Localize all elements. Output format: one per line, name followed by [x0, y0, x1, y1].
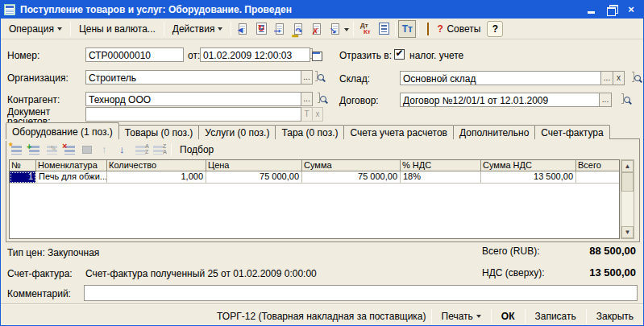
contract-ellipsis-button[interactable]: ... — [600, 93, 612, 107]
warehouse-clear-button[interactable]: x — [613, 71, 625, 85]
tab-equipment[interactable]: Оборудование (1 поз.) — [6, 122, 119, 139]
close-icon[interactable]: × — [625, 5, 637, 14]
chevron-down-icon — [476, 315, 481, 318]
tab-additional[interactable]: Дополнительно — [453, 125, 535, 139]
chevron-down-icon — [344, 28, 349, 31]
organization-input[interactable]: Строитель — [85, 70, 301, 85]
check-icon: ✔ — [395, 47, 403, 59]
undo-posting-button[interactable]: ✗ — [308, 20, 326, 38]
contract-input[interactable]: Договор №12/01/1 от 12.01.2009 — [400, 93, 600, 107]
reflect-label: Отразить в: — [339, 50, 392, 61]
amount-cell[interactable]: 75 000,00 — [302, 171, 401, 184]
tab-goods[interactable]: Товары (0 поз.) — [118, 125, 200, 139]
tab-containers[interactable]: Тара (0 поз.) — [275, 125, 344, 139]
pick-button[interactable]: Подбор — [176, 142, 218, 158]
add-row-button[interactable]: * — [9, 142, 25, 158]
invoice-label: Счет-фактура: — [7, 268, 73, 279]
date-input[interactable]: 01.02.2009 12:00:03 — [200, 47, 310, 62]
create-based-on-button[interactable]: ↘ — [326, 20, 351, 38]
operation-menu-button[interactable]: Операция — [3, 20, 68, 38]
delete-row-button[interactable]: × — [62, 142, 78, 158]
comment-input[interactable] — [84, 285, 638, 301]
warehouse-open-button[interactable] — [632, 72, 634, 82]
tab-settlement-accounts[interactable]: Счета учета расчетов — [343, 125, 453, 139]
minimize-icon[interactable] — [587, 5, 598, 14]
reread-document-button[interactable]: ◄ — [234, 20, 251, 38]
vat-percent-cell[interactable]: 18% — [401, 171, 481, 184]
items-grid[interactable]: № Номенклатура Количество Цена Сумма % Н… — [9, 159, 620, 239]
tax-accounting-checkbox[interactable]: ✔ — [394, 49, 405, 60]
date-label: от: — [188, 50, 200, 61]
sort-ascending-button[interactable]: AZ — [133, 142, 149, 158]
quantity-cell[interactable]: 1,000 — [107, 171, 206, 184]
contract-open-button[interactable] — [621, 93, 624, 104]
settlement-doc-type-button[interactable]: Т — [301, 107, 313, 122]
calendar-button[interactable] — [310, 48, 313, 59]
advice-label: Советы — [447, 23, 480, 35]
organization-ellipsis-button[interactable]: ... — [301, 70, 313, 85]
settlement-doc-clear-button[interactable]: x — [313, 107, 323, 122]
organization-open-button[interactable] — [315, 71, 318, 81]
settlement-doc-input[interactable] — [85, 107, 301, 122]
help-button[interactable]: ? — [487, 21, 503, 37]
ok-button[interactable]: ОК — [497, 308, 520, 324]
contractor-ellipsis-button[interactable]: ... — [301, 92, 313, 106]
invoice-value[interactable]: Счет-фактура полученный 25 от 01.02.2009… — [85, 268, 317, 279]
edit-row-button[interactable]: ✎ — [44, 142, 60, 158]
table-row[interactable]: 1 Печь для обжи... 1,000 75 000,00 75 00… — [10, 171, 619, 184]
contractor-open-button[interactable] — [318, 93, 320, 103]
total-cell[interactable] — [576, 171, 619, 184]
number-label: Номер: — [7, 50, 39, 61]
column-header: № — [10, 160, 36, 171]
warehouse-label: Склад: — [339, 73, 370, 85]
copy-row-button[interactable]: + — [27, 142, 43, 158]
end-edit-icon — [82, 146, 92, 154]
column-header: Номенклатура — [36, 160, 107, 171]
end-edit-button[interactable] — [80, 142, 96, 158]
price-type-label: Тип цен: Закупочная — [7, 247, 99, 258]
price-cell[interactable]: 75 000,00 — [206, 171, 302, 184]
print-button[interactable]: Печать — [437, 308, 486, 324]
scroll-down-icon[interactable]: ▼ — [621, 226, 634, 238]
close-button[interactable]: Закрыть — [592, 308, 638, 324]
tab-services[interactable]: Услуги (0 поз.) — [198, 125, 276, 139]
totals-toggle-button[interactable]: Тт — [398, 20, 416, 38]
move-up-button[interactable]: ↑ — [98, 142, 114, 158]
tab-strip: Оборудование (1 поз.) Товары (0 поз.) Ус… — [6, 122, 609, 139]
column-header: Сумма НДС — [481, 160, 576, 171]
chevron-down-icon — [218, 27, 222, 31]
torg12-button[interactable]: ТОРГ-12 (Товарная накладная за поставщик… — [217, 311, 426, 322]
scrollbar-thumb[interactable] — [621, 172, 634, 192]
move-down-button[interactable]: ↓ — [115, 142, 131, 158]
separator — [171, 143, 172, 156]
number-input[interactable]: СТР00000010 — [85, 47, 184, 62]
movements-button[interactable]: ▂↷ — [289, 20, 307, 38]
vertical-scrollbar[interactable]: ▲ ▼ — [621, 159, 634, 239]
document-structure-button[interactable] — [375, 20, 393, 38]
contractor-input[interactable]: Технорд ООО — [85, 92, 301, 106]
warehouse-input[interactable]: Основной склад — [400, 71, 601, 85]
column-header: Всего — [576, 160, 619, 171]
refresh-button[interactable]: ↻ — [252, 20, 270, 38]
totals-toggle-icon: Тт — [402, 23, 413, 35]
actions-menu-button[interactable]: Действия — [167, 20, 229, 38]
post-document-button[interactable]: ➞ — [271, 20, 289, 38]
column-header: Количество — [107, 160, 206, 171]
separator — [353, 22, 354, 36]
tab-invoice[interactable]: Счет-фактура — [534, 125, 609, 139]
save-button[interactable]: Записать — [530, 308, 581, 324]
separator — [70, 22, 71, 36]
nomenclature-cell[interactable]: Печь для обжи... — [36, 171, 107, 184]
scroll-up-icon[interactable]: ▲ — [621, 160, 634, 172]
bottom-command-bar: ТОРГ-12 (Товарная накладная за поставщик… — [1, 305, 643, 326]
dt-kt-button[interactable]: ДтКт — [356, 20, 374, 38]
sort-descending-button[interactable]: ZA — [151, 142, 167, 158]
advice-button[interactable]: ?Советы — [422, 19, 486, 39]
restore-icon[interactable] — [606, 5, 617, 14]
row-number-cell[interactable]: 1 — [10, 171, 36, 184]
warehouse-ellipsis-button[interactable]: ... — [601, 71, 613, 85]
total-label: Всего (RUB): — [482, 246, 539, 257]
vat-amount-cell[interactable]: 13 500,00 — [481, 171, 576, 184]
contract-label: Договор: — [339, 95, 379, 106]
prices-currency-button[interactable]: Цены и валюта... — [73, 20, 161, 38]
